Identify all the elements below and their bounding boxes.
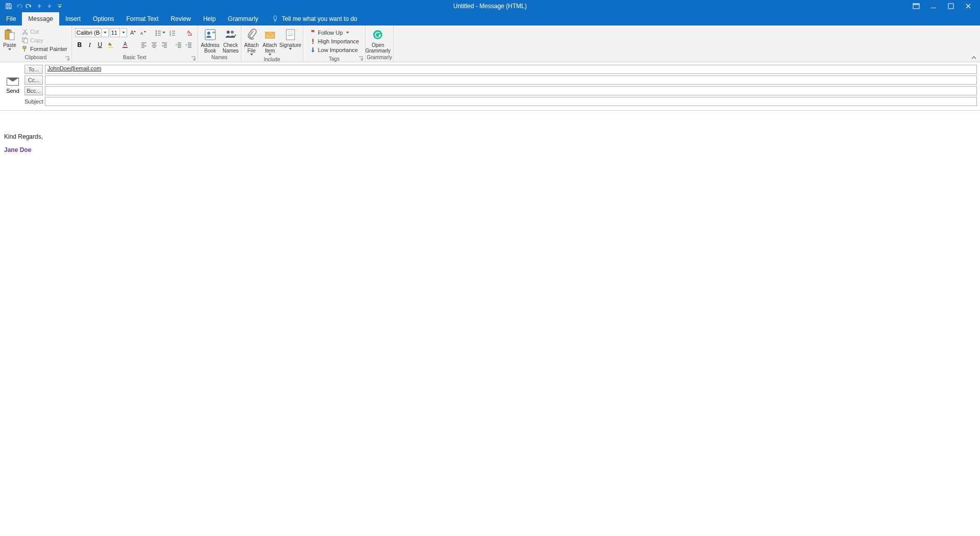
bullets-button[interactable] xyxy=(153,28,166,37)
align-left-icon[interactable] xyxy=(139,40,149,49)
check-names-button[interactable]: Check Names xyxy=(222,27,240,55)
save-icon[interactable] xyxy=(4,2,13,11)
svg-rect-6 xyxy=(9,33,14,40)
tab-options[interactable]: Options xyxy=(87,12,120,25)
tab-review[interactable]: Review xyxy=(165,12,197,25)
svg-rect-31 xyxy=(286,30,295,40)
attach-item-button[interactable]: Attach Item xyxy=(261,27,279,57)
group-grammarly: Open Grammarly Grammarly xyxy=(365,25,393,62)
svg-text:A: A xyxy=(140,31,143,36)
copy-icon xyxy=(21,37,29,44)
tab-help[interactable]: Help xyxy=(197,12,222,25)
tab-message[interactable]: Message xyxy=(22,12,59,25)
svg-rect-5 xyxy=(7,29,10,31)
signature-name: Jane Doe xyxy=(4,146,976,154)
email-body[interactable]: Kind Regards, Jane Doe xyxy=(0,111,980,162)
bcc-input[interactable] xyxy=(45,86,977,95)
increase-indent-icon[interactable] xyxy=(184,40,193,49)
ribbon-tabs: File Message Insert Options Format Text … xyxy=(0,12,980,25)
paste-button[interactable]: Paste xyxy=(1,27,18,52)
cc-button[interactable]: Cc... xyxy=(24,75,43,85)
font-size-input[interactable] xyxy=(110,28,120,37)
group-names: Address Book Check Names Names xyxy=(198,25,241,62)
numbering-button[interactable]: 123 xyxy=(167,28,180,37)
grammarly-icon xyxy=(371,28,385,42)
maximize-icon[interactable] xyxy=(943,1,959,11)
svg-rect-24 xyxy=(122,47,128,48)
svg-point-15 xyxy=(156,31,157,32)
minimize-icon[interactable] xyxy=(926,1,941,11)
highlight-button[interactable] xyxy=(106,40,119,49)
basic-text-launcher-icon[interactable] xyxy=(191,56,196,61)
cut-button[interactable]: Cut xyxy=(19,28,69,36)
svg-rect-32 xyxy=(312,39,313,42)
format-painter-icon xyxy=(21,45,29,53)
tell-me-search[interactable]: Tell me what you want to do xyxy=(267,12,361,25)
redo-icon[interactable] xyxy=(24,2,34,11)
high-importance-button[interactable]: High Importance xyxy=(307,37,361,45)
svg-text:A: A xyxy=(130,30,134,36)
format-painter-button[interactable]: Format Painter xyxy=(19,45,69,53)
svg-rect-25 xyxy=(205,30,215,40)
group-tags: Follow Up High Importance Low Importance… xyxy=(303,25,366,62)
font-size-dropdown[interactable] xyxy=(121,28,127,37)
window-controls xyxy=(909,1,980,11)
follow-up-button[interactable]: Follow Up xyxy=(307,29,361,37)
clear-formatting-icon[interactable]: A xyxy=(185,28,194,37)
low-importance-button[interactable]: Low Importance xyxy=(307,46,361,54)
signature-button[interactable]: Signature xyxy=(279,27,302,51)
tab-grammarly[interactable]: Grammarly xyxy=(222,12,264,25)
svg-point-17 xyxy=(156,35,157,36)
tab-insert[interactable]: Insert xyxy=(59,12,87,25)
qat-customize-icon[interactable] xyxy=(55,2,64,11)
copy-button[interactable]: Copy xyxy=(19,36,69,44)
svg-rect-10 xyxy=(24,39,28,43)
svg-point-26 xyxy=(207,32,210,35)
open-grammarly-button[interactable]: Open Grammarly xyxy=(366,27,389,55)
subject-input[interactable] xyxy=(45,97,977,106)
tab-format-text[interactable]: Format Text xyxy=(120,12,164,25)
to-button[interactable]: To... xyxy=(24,65,43,74)
tags-launcher-icon[interactable] xyxy=(358,56,363,61)
bcc-button[interactable]: Bcc... xyxy=(24,86,43,95)
bold-button[interactable]: B xyxy=(75,40,84,49)
up-arrow-icon[interactable] xyxy=(35,2,44,11)
close-icon[interactable] xyxy=(961,1,976,11)
font-name-input[interactable] xyxy=(75,28,102,37)
to-input[interactable]: JohnDoe@email.com xyxy=(45,65,977,74)
decrease-font-icon[interactable]: A xyxy=(138,28,148,37)
svg-rect-2 xyxy=(931,8,936,8)
font-name-dropdown[interactable] xyxy=(103,28,109,37)
attach-item-icon xyxy=(263,28,277,42)
check-names-icon xyxy=(224,28,238,42)
send-button[interactable]: Send xyxy=(3,64,22,107)
down-arrow-icon[interactable] xyxy=(45,2,54,11)
italic-button[interactable]: I xyxy=(85,40,94,49)
ribbon-display-icon[interactable] xyxy=(909,1,924,11)
paste-icon xyxy=(3,28,17,42)
svg-point-28 xyxy=(227,31,230,34)
align-right-icon[interactable] xyxy=(160,40,169,49)
increase-font-icon[interactable]: A xyxy=(128,28,137,37)
signature-closing: Kind Regards, xyxy=(4,133,976,140)
window-title: Untitled - Message (HTML) xyxy=(453,3,527,10)
tab-file[interactable]: File xyxy=(0,12,22,25)
low-importance-icon xyxy=(309,46,316,54)
address-book-icon xyxy=(203,28,217,42)
cut-icon xyxy=(21,28,29,35)
clipboard-launcher-icon[interactable] xyxy=(65,56,70,61)
collapse-ribbon-icon[interactable] xyxy=(971,55,977,61)
align-center-icon[interactable] xyxy=(150,40,159,49)
tell-me-label: Tell me what you want to do xyxy=(282,15,357,22)
attach-file-button[interactable]: Attach File xyxy=(242,27,261,57)
font-color-button[interactable]: A xyxy=(120,40,133,49)
svg-point-8 xyxy=(26,33,28,35)
cc-input[interactable] xyxy=(45,75,977,85)
underline-button[interactable]: U xyxy=(95,40,105,49)
svg-rect-3 xyxy=(948,4,953,9)
decrease-indent-icon[interactable] xyxy=(174,40,183,49)
svg-text:A: A xyxy=(124,41,127,47)
ribbon: Paste Cut Copy Format Painter Clipboard … xyxy=(0,25,980,62)
undo-icon[interactable] xyxy=(14,2,23,11)
address-book-button[interactable]: Address Book xyxy=(199,27,222,55)
